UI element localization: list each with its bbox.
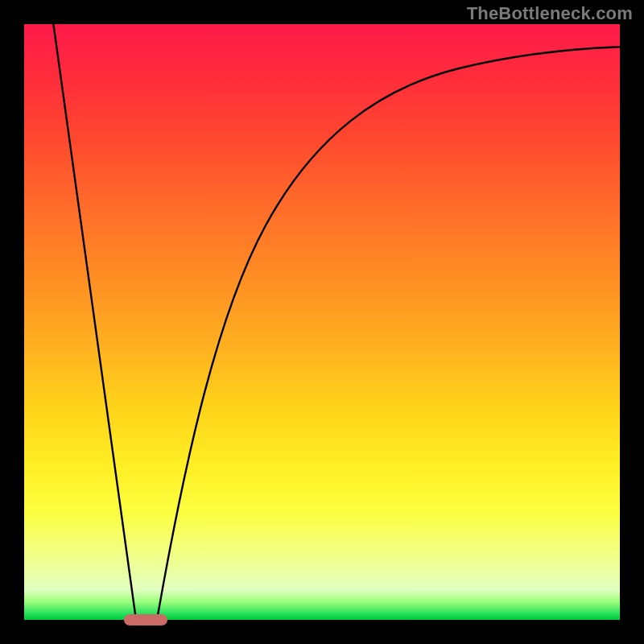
bottleneck-marker (124, 614, 167, 625)
watermark: TheBottleneck.com (467, 3, 633, 24)
curve-left (52, 16, 136, 620)
chart-curves (24, 24, 620, 620)
chart-container: TheBottleneck.com (0, 0, 644, 644)
plot-area (24, 24, 620, 620)
curve-right (157, 47, 628, 620)
